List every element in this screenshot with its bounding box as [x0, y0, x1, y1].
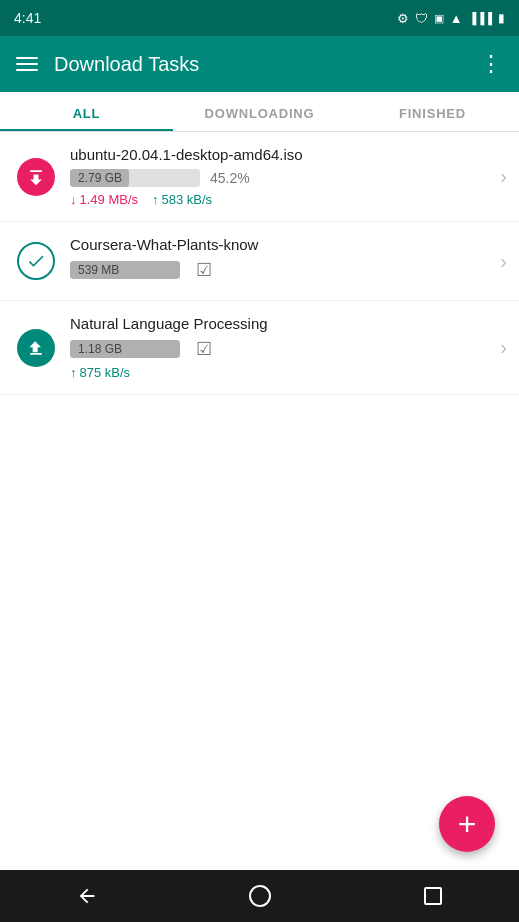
settings-icon: ⚙ — [397, 11, 409, 26]
app-bar: Download Tasks ⋮ — [0, 36, 519, 92]
shield-icon: 🛡 — [415, 11, 428, 26]
more-options-button[interactable]: ⋮ — [480, 51, 503, 77]
task-list: ubuntu-20.04.1-desktop-amd64.iso 2.79 GB… — [0, 132, 519, 395]
tab-finished[interactable]: FINISHED — [346, 92, 519, 131]
chevron-right-icon: › — [500, 250, 507, 273]
download-circle-icon — [17, 158, 55, 196]
task-progress-row: 1.18 GB ☑ — [70, 338, 486, 360]
status-time: 4:41 — [14, 10, 41, 26]
progress-percent: 45.2% — [210, 170, 250, 186]
task-content: ubuntu-20.04.1-desktop-amd64.iso 2.79 GB… — [70, 146, 486, 207]
speed-up: ↑ 583 kB/s — [152, 192, 212, 207]
progress-size: 2.79 GB — [70, 171, 130, 185]
upload-circle-icon — [17, 329, 55, 367]
tab-downloading[interactable]: DOWNLOADING — [173, 92, 346, 131]
task-content: Coursera-What-Plants-know 539 MB ☑ — [70, 236, 486, 286]
status-icons: ⚙ 🛡 ▣ ▲ ▐▐▐ ▮ — [397, 11, 505, 26]
task-icon-download — [16, 157, 56, 197]
status-bar: 4:41 ⚙ 🛡 ▣ ▲ ▐▐▐ ▮ — [0, 0, 519, 36]
task-filename: Natural Language Processing — [70, 315, 486, 332]
task-item[interactable]: ubuntu-20.04.1-desktop-amd64.iso 2.79 GB… — [0, 132, 519, 222]
speed-up: ↑ 875 kB/s — [70, 365, 130, 380]
complete-check-icon: ☑ — [196, 259, 212, 281]
sim-icon: ▣ — [434, 12, 444, 25]
task-item[interactable]: Natural Language Processing 1.18 GB ☑ ↑ … — [0, 301, 519, 395]
progress-bar: 2.79 GB — [70, 169, 200, 187]
nav-recents-button[interactable] — [403, 876, 463, 916]
task-icon-upload — [16, 328, 56, 368]
menu-button[interactable] — [16, 57, 38, 71]
task-progress-row: 2.79 GB 45.2% — [70, 169, 486, 187]
task-content: Natural Language Processing 1.18 GB ☑ ↑ … — [70, 315, 486, 380]
battery-icon: ▮ — [498, 11, 505, 25]
check-circle-icon — [17, 242, 55, 280]
nav-home-button[interactable] — [230, 876, 290, 916]
chevron-right-icon: › — [500, 336, 507, 359]
tabs-container: ALL DOWNLOADING FINISHED — [0, 92, 519, 132]
arrow-down-icon: ↓ — [70, 192, 77, 207]
task-filename: Coursera-What-Plants-know — [70, 236, 486, 253]
signal-icon: ▐▐▐ — [469, 12, 492, 24]
arrow-up-icon: ↑ — [152, 192, 159, 207]
app-bar-title: Download Tasks — [54, 53, 464, 76]
task-icon-check — [16, 241, 56, 281]
nav-back-button[interactable] — [57, 876, 117, 916]
task-item[interactable]: Coursera-What-Plants-know 539 MB ☑ › — [0, 222, 519, 301]
progress-size: 1.18 GB — [70, 342, 130, 356]
speed-down: ↓ 1.49 MB/s — [70, 192, 138, 207]
nav-bar — [0, 870, 519, 922]
wifi-icon: ▲ — [450, 11, 463, 26]
task-speed-row: ↑ 875 kB/s — [70, 365, 486, 380]
complete-check-icon: ☑ — [196, 338, 212, 360]
tab-all[interactable]: ALL — [0, 92, 173, 131]
task-progress-row: 539 MB ☑ — [70, 259, 486, 281]
progress-size: 539 MB — [70, 263, 127, 277]
arrow-up-icon: ↑ — [70, 365, 77, 380]
task-speed-row: ↓ 1.49 MB/s ↑ 583 kB/s — [70, 192, 486, 207]
progress-bar: 539 MB — [70, 261, 180, 279]
task-filename: ubuntu-20.04.1-desktop-amd64.iso — [70, 146, 486, 163]
chevron-right-icon: › — [500, 165, 507, 188]
progress-bar: 1.18 GB — [70, 340, 180, 358]
add-download-fab[interactable]: + — [439, 796, 495, 852]
